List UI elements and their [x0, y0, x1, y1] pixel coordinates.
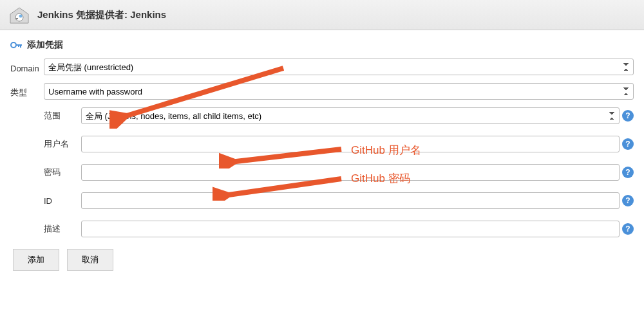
- svg-rect-5: [20, 44, 21, 48]
- password-help-icon[interactable]: ?: [622, 167, 634, 178]
- nested-fields: 范围 全局 (Jenkins, nodes, items, all child …: [44, 107, 634, 237]
- kind-label: 类型: [10, 84, 44, 98]
- username-row: 用户名 ?: [44, 136, 634, 152]
- domain-select[interactable]: 全局凭据 (unrestricted): [44, 59, 634, 75]
- page-title: Jenkins 凭据提供者: Jenkins: [37, 9, 166, 21]
- cancel-button[interactable]: 取消: [67, 249, 113, 271]
- description-input[interactable]: [81, 221, 620, 237]
- scope-label: 范围: [44, 110, 81, 122]
- id-row: ID ?: [44, 192, 634, 209]
- kind-row: 类型 Username with password: [10, 83, 634, 100]
- section-header: 添加凭据: [10, 39, 634, 51]
- svg-point-0: [15, 14, 23, 21]
- section-title: 添加凭据: [27, 39, 63, 51]
- svg-rect-2: [15, 18, 18, 19]
- description-help-icon[interactable]: ?: [622, 223, 634, 235]
- svg-point-1: [19, 15, 23, 18]
- domain-label: Domain: [10, 61, 44, 73]
- jenkins-logo-icon: [8, 5, 31, 24]
- description-label: 描述: [44, 223, 81, 235]
- description-row: 描述 ?: [44, 221, 634, 237]
- username-help-icon[interactable]: ?: [622, 138, 634, 150]
- scope-row: 范围 全局 (Jenkins, nodes, items, all child …: [44, 107, 634, 124]
- username-label: 用户名: [44, 138, 81, 150]
- key-icon: [10, 41, 23, 50]
- scope-help-icon[interactable]: ?: [622, 110, 634, 122]
- content-area: 添加凭据 Domain 全局凭据 (unrestricted) 类型 Usern…: [0, 30, 644, 280]
- domain-row: Domain 全局凭据 (unrestricted): [10, 59, 634, 75]
- svg-point-3: [11, 42, 16, 48]
- kind-select[interactable]: Username with password: [44, 83, 634, 100]
- password-label: 密码: [44, 167, 81, 178]
- password-row: 密码 ?: [44, 164, 634, 181]
- header-bar: Jenkins 凭据提供者: Jenkins: [0, 0, 644, 30]
- id-input[interactable]: [81, 192, 620, 209]
- button-bar: 添加 取消: [10, 249, 634, 271]
- password-input[interactable]: [81, 164, 620, 181]
- username-input[interactable]: [81, 136, 620, 152]
- add-button[interactable]: 添加: [13, 249, 59, 271]
- id-help-icon[interactable]: ?: [622, 195, 634, 206]
- id-label: ID: [44, 196, 81, 206]
- svg-rect-6: [18, 44, 19, 47]
- scope-select[interactable]: 全局 (Jenkins, nodes, items, all child ite…: [81, 107, 620, 124]
